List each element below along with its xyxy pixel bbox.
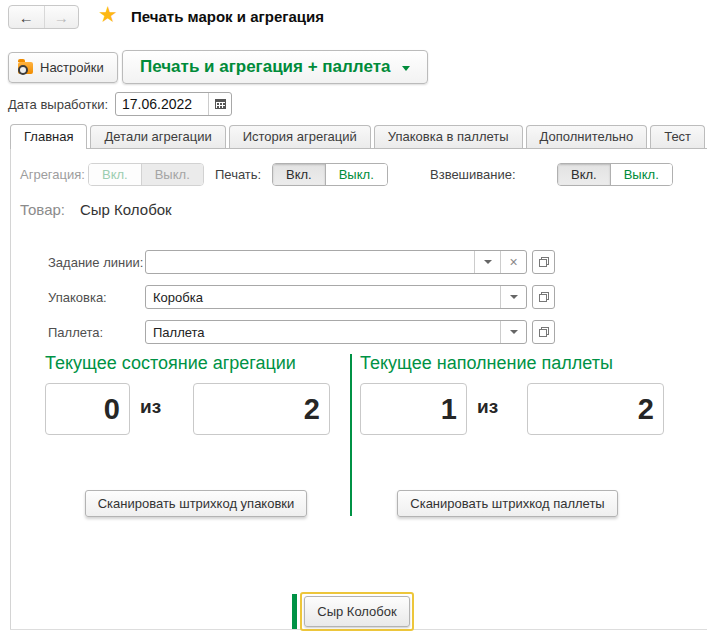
- aggregation-on-button: Вкл.: [89, 164, 141, 185]
- print-and-aggregate-button[interactable]: Печать и агрегация + паллета: [122, 50, 428, 84]
- tab-additional[interactable]: Дополнительно: [526, 125, 648, 148]
- aggregation-off-button: Выкл.: [141, 164, 203, 185]
- chevron-down-icon: [510, 295, 518, 299]
- tab-test[interactable]: Тест: [650, 125, 705, 148]
- aggregation-current-count: 0: [45, 383, 130, 435]
- printing-off-button[interactable]: Выкл.: [325, 164, 387, 185]
- calendar-icon: [215, 99, 226, 109]
- chevron-down-icon: [402, 66, 410, 71]
- weighing-toggle: Вкл. Выкл.: [557, 163, 673, 186]
- aggregation-toggle: Вкл. Выкл.: [88, 163, 204, 186]
- line-task-input[interactable]: [146, 251, 474, 273]
- tab-main[interactable]: Главная: [10, 124, 87, 149]
- calendar-button[interactable]: [208, 93, 231, 115]
- production-date-label: Дата выработки:: [8, 97, 108, 112]
- page-title: Печать марок и агрегация: [131, 8, 324, 25]
- footer-green-accent-bar: [292, 594, 297, 629]
- scan-pallet-barcode-button[interactable]: Сканировать штрихкод паллеты: [397, 490, 618, 517]
- production-date-row: Дата выработки:: [8, 92, 232, 116]
- product-footer-button[interactable]: Сыр Колобок: [304, 596, 410, 627]
- aggregation-state-title: Текущее состояние агрегации: [45, 353, 296, 374]
- print-marks-aggregation-window: ← → ★ Печать марок и агрегация Настройки…: [0, 0, 707, 642]
- pallet-of-label: из: [477, 396, 498, 418]
- pallet-dropdown-button[interactable]: [500, 321, 526, 343]
- scan-package-barcode-button[interactable]: Сканировать штрихкод упаковки: [85, 490, 307, 517]
- back-arrow-icon[interactable]: ←: [9, 6, 44, 28]
- pallet-input[interactable]: [146, 321, 500, 343]
- printing-toggle: Вкл. Выкл.: [272, 163, 388, 186]
- favorite-star-icon[interactable]: ★: [98, 3, 118, 27]
- line-task-clear-button[interactable]: ×: [500, 251, 526, 273]
- tab-pallet-packing[interactable]: Упаковка в паллеты: [374, 125, 523, 148]
- weighing-off-button[interactable]: Выкл.: [610, 164, 672, 185]
- pallet-total-count: 2: [527, 383, 664, 435]
- open-overlap-squares-icon: [539, 327, 549, 337]
- open-overlap-squares-icon: [539, 257, 549, 267]
- product-row: Товар:Сыр Колобок: [20, 201, 172, 218]
- production-date-field: [115, 92, 232, 116]
- pallet-label: Паллета:: [48, 325, 145, 340]
- pallet-field: [145, 320, 527, 344]
- packaging-dropdown-button[interactable]: [500, 286, 526, 308]
- packaging-row: Упаковка:: [48, 285, 555, 309]
- aggregation-of-label: из: [140, 396, 161, 418]
- line-task-label: Задание линии:: [48, 255, 145, 270]
- packaging-field: [145, 285, 527, 309]
- printing-toggle-label: Печать:: [215, 167, 261, 182]
- tab-aggregation-details[interactable]: Детали агрегации: [90, 125, 225, 148]
- aggregation-total-count: 2: [193, 383, 330, 435]
- tab-aggregation-history[interactable]: История агрегаций: [229, 125, 371, 148]
- line-task-open-button[interactable]: [532, 250, 555, 274]
- packaging-open-button[interactable]: [532, 285, 555, 309]
- footer-focus-outline: Сыр Колобок: [300, 592, 414, 631]
- line-task-row: Задание линии: ×: [48, 250, 555, 274]
- aggregation-toggle-label: Агрегация:: [20, 167, 85, 182]
- pallet-state-title: Текущее наполнение паллеты: [360, 353, 613, 374]
- product-value: Сыр Колобок: [80, 201, 172, 218]
- panel-left-border: [10, 149, 11, 629]
- settings-button-label: Настройки: [40, 60, 104, 75]
- settings-button[interactable]: Настройки: [8, 52, 118, 83]
- history-nav-group: ← →: [8, 5, 79, 29]
- chevron-down-icon: [484, 260, 492, 264]
- packaging-input[interactable]: [146, 286, 500, 308]
- weighing-on-button[interactable]: Вкл.: [558, 164, 610, 185]
- settings-folder-gear-icon: [18, 62, 33, 74]
- packaging-label: Упаковка:: [48, 290, 145, 305]
- weighing-toggle-label: Взвешивание:: [430, 167, 516, 182]
- production-date-input[interactable]: [116, 93, 208, 115]
- line-task-field: ×: [145, 250, 527, 274]
- green-section-divider: [350, 354, 352, 516]
- line-task-dropdown-button[interactable]: [474, 251, 500, 273]
- product-label: Товар:: [20, 201, 65, 218]
- pallet-current-count: 1: [360, 383, 467, 435]
- print-and-aggregate-label: Печать и агрегация + паллета: [140, 57, 390, 77]
- chevron-down-icon: [510, 330, 518, 334]
- printing-on-button[interactable]: Вкл.: [273, 164, 325, 185]
- pallet-row: Паллета:: [48, 320, 555, 344]
- open-overlap-squares-icon: [539, 292, 549, 302]
- pallet-open-button[interactable]: [532, 320, 555, 344]
- tab-bar: Главная Детали агрегации История агрегац…: [10, 124, 705, 149]
- clear-x-icon: ×: [509, 255, 517, 269]
- forward-arrow-icon[interactable]: →: [44, 6, 79, 28]
